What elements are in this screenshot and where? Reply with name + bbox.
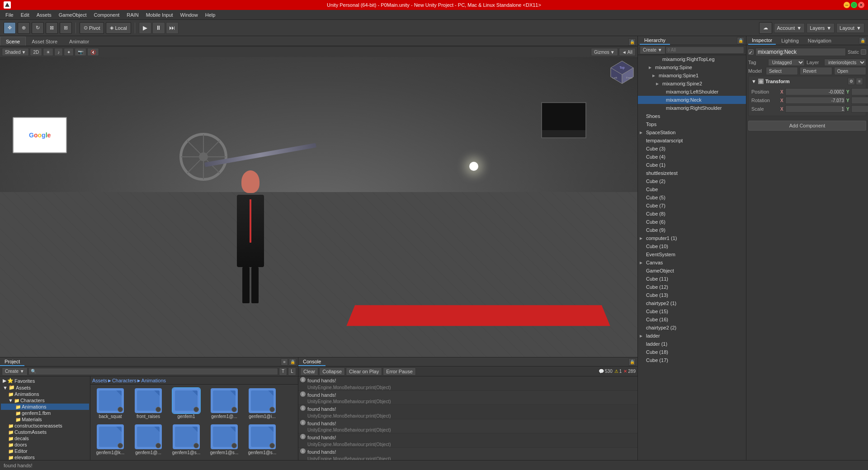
hier-spine[interactable]: ▶ mixamorig:Spine (638, 63, 746, 71)
menu-mobile-input[interactable]: Mobile Input (142, 11, 177, 19)
gizmos-button[interactable]: Gizmos ▼ (591, 48, 618, 56)
tree-characters-animations[interactable]: 📁 Animations (1, 404, 89, 410)
select-button[interactable]: Select (766, 67, 798, 75)
hier-cube4[interactable]: Cube (4) (638, 153, 746, 161)
hier-ladder1[interactable]: ladder (1) (638, 340, 746, 348)
menu-assets[interactable]: Assets (33, 11, 55, 19)
tag-select[interactable]: Untagged (768, 59, 805, 66)
breadcrumb-assets[interactable]: Assets (92, 378, 107, 383)
console-collapse-button[interactable]: Collapse (319, 367, 345, 376)
layers-dropdown[interactable]: Layers ▼ (807, 23, 835, 33)
hierarchy-lock-button[interactable]: 🔒 (737, 37, 744, 44)
breadcrumb-animations[interactable]: Animations (142, 378, 166, 383)
tree-customassets[interactable]: 📁 CustomAssets (1, 429, 89, 435)
tree-editor[interactable]: 📁 Editor (1, 448, 89, 454)
search-by-type-button[interactable]: T (279, 367, 287, 376)
hier-cube10[interactable]: Cube (10) (638, 242, 746, 250)
hier-rightshoulder[interactable]: mixamorig:RightShoulder (638, 104, 746, 112)
hier-gameobject[interactable]: GameObject (638, 267, 746, 275)
hier-cube3[interactable]: Cube (3) (638, 145, 746, 153)
transform-hand-tool[interactable]: ✥ (4, 22, 16, 34)
hier-cube5[interactable]: Cube (5) (638, 193, 746, 202)
tab-asset-store[interactable]: Asset Store (26, 37, 63, 46)
scene-lock-button[interactable]: 🔒 (628, 38, 636, 46)
hier-chairtype2-1[interactable]: chairtype2 (1) (638, 299, 746, 307)
hier-cube9[interactable]: Cube (9) (638, 226, 746, 234)
tab-lighting[interactable]: Lighting (778, 37, 802, 44)
transform-scale-tool[interactable]: ⊠ (46, 22, 58, 34)
hier-cube18[interactable]: Cube (18) (638, 348, 746, 356)
step-button[interactable]: ⏭ (166, 22, 179, 34)
scale-x-input[interactable] (785, 105, 845, 113)
tree-characters[interactable]: ▼ 📁 Characters (1, 397, 89, 404)
hier-cube13[interactable]: Cube (13) (638, 291, 746, 299)
asset-genfem1-3[interactable]: genfem1@i... (244, 386, 280, 421)
maximize-button[interactable]: □ (851, 2, 857, 8)
transform-rotate-tool[interactable]: ↻ (32, 22, 44, 34)
static-checkbox[interactable] (861, 49, 866, 55)
hier-cube8[interactable]: Cube (8) (638, 210, 746, 218)
console-row-1[interactable]: i found hands! UnityEngine.MonoBehaviour… (298, 376, 637, 391)
project-lock-button[interactable]: 🔒 (289, 358, 296, 366)
scene-mute-button[interactable]: 🔇 (87, 48, 99, 56)
rotation-y-input[interactable] (851, 97, 868, 104)
console-row-4[interactable]: i found hands! UnityEngine.MonoBehaviour… (298, 419, 637, 434)
asset-genfem1-7[interactable]: genfem1@s... (206, 423, 242, 457)
hier-cube6[interactable]: Cube (6) (638, 218, 746, 226)
hier-cube12[interactable]: Cube (12) (638, 283, 746, 291)
transform-more-button[interactable]: ≡ (856, 78, 863, 85)
rotation-x-input[interactable] (785, 97, 845, 104)
breadcrumb-characters[interactable]: Characters (112, 378, 137, 383)
pivot-button[interactable]: ⊙ Pivot (80, 22, 104, 34)
create-button[interactable]: Create ▼ (2, 367, 28, 376)
hier-cube1[interactable]: Cube (1) (638, 161, 746, 169)
add-component-button[interactable]: Add Component (748, 121, 866, 131)
hier-cube2[interactable]: Cube (2) (638, 177, 746, 185)
hier-shuttletest[interactable]: shuttlesizetest (638, 169, 746, 177)
hier-chairtype2-2[interactable]: chairtype2 (2) (638, 324, 746, 332)
asset-genfem1-8[interactable]: genfem1@s... (244, 423, 280, 457)
hier-computer1[interactable]: ▶ computer1 (1) (638, 234, 746, 242)
layer-select[interactable]: interiorobjects (824, 59, 866, 66)
tab-console[interactable]: Console (298, 358, 326, 366)
hier-cube17[interactable]: Cube (17) (638, 356, 746, 364)
scale-y-input[interactable] (851, 105, 868, 113)
asset-genfem1-5[interactable]: genfem1@... (130, 423, 166, 457)
local-button[interactable]: ◈ Local (106, 22, 131, 34)
hier-cube16[interactable]: Cube (16) (638, 315, 746, 324)
scene-view[interactable]: Shaded ▼ 2D ☀ ♪ ✦ 📷 🔇 Gizmos ▼ (0, 46, 637, 357)
hierarchy-create-button[interactable]: Create ▼ (640, 46, 665, 54)
transform-rect-tool[interactable]: ⊞ (60, 22, 72, 34)
menu-gameobject[interactable]: GameObject (55, 11, 90, 19)
tree-decals[interactable]: 📁 decals (1, 435, 89, 442)
inspector-lock-button[interactable]: 🔒 (859, 37, 866, 44)
tab-inspector[interactable]: Inspector (748, 37, 776, 45)
cloud-button[interactable]: ☁ (759, 22, 772, 34)
position-y-input[interactable] (851, 88, 868, 95)
console-row-3[interactable]: i found hands! UnityEngine.MonoBehaviour… (298, 405, 637, 419)
menu-rain[interactable]: RAIN (123, 11, 142, 19)
transform-move-tool[interactable]: ⊕ (18, 22, 30, 34)
position-x-input[interactable] (785, 88, 845, 95)
tree-doors[interactable]: 📁 doors (1, 442, 89, 448)
tree-materials[interactable]: 📁 Materials (1, 416, 89, 423)
menu-component[interactable]: Component (90, 11, 123, 19)
project-menu-button[interactable]: ≡ (281, 358, 288, 366)
asset-genfem1[interactable]: genfem1 (168, 386, 204, 421)
console-clear-button[interactable]: Clear (300, 367, 318, 376)
tab-scene[interactable]: Scene (0, 37, 26, 46)
hier-canvas[interactable]: ▶ Canvas (638, 258, 746, 267)
scene-camera-button[interactable]: 📷 (75, 48, 86, 56)
hier-spacestation[interactable]: ▶ SpaceStation (638, 128, 746, 136)
tree-constructscene[interactable]: 📁 constructsceneassets (1, 423, 89, 429)
hier-tops[interactable]: Tops (638, 120, 746, 128)
tab-navigation[interactable]: Navigation (804, 37, 835, 44)
tree-genfem1-fbm[interactable]: 📁 genfem1.fbm (1, 410, 89, 416)
transform-settings-button[interactable]: ⚙ (848, 78, 855, 85)
hier-cube7[interactable]: Cube (7) (638, 202, 746, 210)
asset-back-squat[interactable]: back_squat (92, 386, 128, 421)
tree-elevators[interactable]: 📁 elevators (1, 454, 89, 461)
menu-window[interactable]: Window (177, 11, 202, 19)
close-button[interactable]: ✕ (858, 2, 864, 8)
open-button[interactable]: Open (834, 67, 866, 75)
